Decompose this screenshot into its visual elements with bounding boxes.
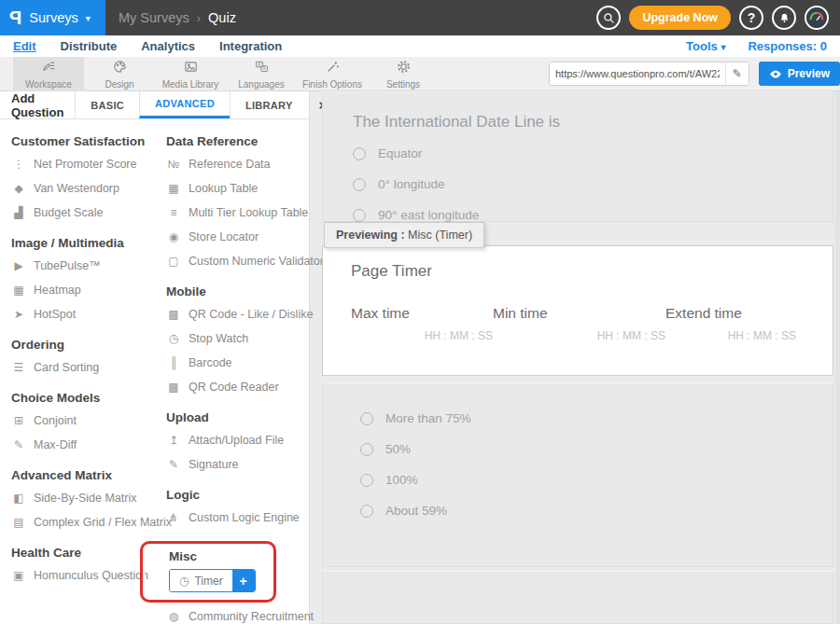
sidebar-item-complex-grid-flex-matrix[interactable]: ▤Complex Grid / Flex Matrix <box>11 510 166 534</box>
sidebar-item-heatmap[interactable]: ▦Heatmap <box>11 278 166 302</box>
question-preview-3 <box>322 571 833 624</box>
section-data-reference: Data Reference№Reference Data▦Lookup Tab… <box>166 134 310 273</box>
toolbar-workspace[interactable]: Workspace <box>13 57 84 91</box>
toolbar-design[interactable]: Design <box>84 57 155 91</box>
question-tabs: BASICADVANCEDLIBRARY <box>75 91 307 118</box>
section-title: Customer Satisfaction <box>11 134 166 148</box>
preview-button[interactable]: Preview <box>759 62 840 86</box>
stopwatch-icon: ◷ <box>166 332 181 345</box>
questionpro-app: P Surveys ▾ My Surveys › Quiz Upgrade No… <box>0 0 840 624</box>
sidebar-item-card-sorting[interactable]: ☰Card Sorting <box>11 355 166 380</box>
sidebar-item-signature[interactable]: ✎Signature <box>166 452 310 477</box>
sidebar-item-hotspot[interactable]: ➤HotSpot <box>11 302 166 326</box>
question-preview-2: More than 75%50%100%About 59% <box>322 382 833 567</box>
answer-option[interactable]: Equator <box>353 146 803 160</box>
tools-menu[interactable]: Tools ▾ <box>686 39 725 53</box>
section-title: Image / Multimedia <box>11 236 166 250</box>
sidebar-item-budget-scale[interactable]: ▟Budget Scale <box>11 201 166 225</box>
section-choice-models: Choice Models⊞Conjoint✎Max-Diff <box>11 391 166 457</box>
price-tag-icon: ◆ <box>11 182 26 195</box>
extend-time-input[interactable] <box>665 329 796 342</box>
nav-item-analytics[interactable]: Analytics <box>141 39 195 53</box>
page-timer-title: Page Timer <box>351 262 805 281</box>
sidebar-item-qr-code-like-dislike[interactable]: ▩QR Code - Like / Dislike <box>166 302 310 326</box>
survey-url-input[interactable] <box>550 62 725 85</box>
sidebar-item-community-recruitment[interactable]: ◍ Community Recruitment <box>166 604 310 624</box>
notifications-button[interactable] <box>772 6 796 30</box>
sidebar-item-van-westendorp[interactable]: ◆Van Westendorp <box>11 176 166 201</box>
languages-icon: RA <box>254 59 270 78</box>
tab-basic[interactable]: BASIC <box>75 91 139 118</box>
upgrade-now-button[interactable]: Upgrade Now <box>629 6 731 30</box>
nav-item-distribute[interactable]: Distribute <box>61 39 118 53</box>
add-timer-button[interactable]: + <box>232 570 255 591</box>
radio-icon <box>353 209 366 222</box>
search-button[interactable] <box>596 6 621 30</box>
nps-scale-icon: ⋮ <box>11 158 26 171</box>
sidebar-item-qr-code-reader[interactable]: ▩QR Code Reader <box>166 375 310 399</box>
answer-option[interactable]: About 59% <box>360 504 795 518</box>
sidebar-item-side-by-side-matrix[interactable]: ◧Side-By-Side Matrix <box>11 486 166 510</box>
question-mark-icon: ? <box>748 10 756 25</box>
sidebar-item-reference-data[interactable]: №Reference Data <box>166 152 310 176</box>
sidebar-item-multi-tier-lookup-table[interactable]: ≡Multi Tier Lookup Table <box>166 201 310 225</box>
tab-advanced[interactable]: ADVANCED <box>139 91 230 118</box>
video-icon: ▶ <box>11 259 26 272</box>
tab-library[interactable]: LIBRARY <box>230 91 308 118</box>
section-title: Data Reference <box>166 134 310 148</box>
toolbar-languages[interactable]: RALanguages <box>226 57 297 91</box>
sidebar-item-tubepulse-[interactable]: ▶TubePulse™ <box>11 254 166 278</box>
responses-count[interactable]: Responses: 0 <box>748 39 827 53</box>
sidebar-item-custom-numeric-validator[interactable]: ▢Custom Numeric Validator <box>166 249 310 273</box>
product-menu[interactable]: P Surveys ▾ <box>0 0 105 35</box>
nav-item-edit[interactable]: Edit <box>13 39 36 53</box>
max-time-input[interactable] <box>351 329 493 342</box>
sidebar-item-max-diff[interactable]: ✎Max-Diff <box>11 433 166 457</box>
timer-question-button[interactable]: ◷ Timer <box>170 570 232 591</box>
sidebar-item-lookup-table[interactable]: ▦Lookup Table <box>166 176 310 201</box>
radio-icon <box>353 147 366 160</box>
sidebar-item-attach-upload-file[interactable]: ↥Attach/Upload File <box>166 428 310 452</box>
sidebar-item-stop-watch[interactable]: ◷Stop Watch <box>166 326 310 351</box>
globe-icon: ◍ <box>166 610 181 623</box>
toolbar-media-library[interactable]: Media Library <box>155 57 226 91</box>
breadcrumb-my-surveys[interactable]: My Surveys <box>119 10 189 25</box>
answer-option[interactable]: 90° east longitude <box>353 208 803 222</box>
map-pin-icon: ◉ <box>166 230 181 243</box>
edit-url-button[interactable]: ✎ <box>725 62 749 85</box>
sidebar-item-conjoint[interactable]: ⊞Conjoint <box>11 409 166 433</box>
sidebar-item-custom-logic-engine[interactable]: ⋔Custom Logic Engine <box>166 506 310 530</box>
numbers-icon: № <box>166 158 181 171</box>
sidebar-item-net-promoter-score[interactable]: ⋮Net Promoter Score <box>11 152 166 176</box>
nav-item-integration[interactable]: Integration <box>219 39 282 53</box>
answer-option[interactable]: More than 75% <box>360 411 795 425</box>
workspace-toolbar: WorkspaceDesignMedia LibraryRALanguagesF… <box>0 57 840 91</box>
toolbar-settings[interactable]: Settings <box>368 57 439 91</box>
plus-icon: + <box>240 574 247 589</box>
scrollbar[interactable] <box>835 91 840 624</box>
min-time-input[interactable] <box>493 329 665 342</box>
answer-option[interactable]: 50% <box>360 442 795 456</box>
magic-wand-icon <box>325 59 341 78</box>
account-avatar[interactable] <box>805 6 829 30</box>
search-icon <box>603 12 615 24</box>
qr-code-icon: ▩ <box>166 308 181 321</box>
help-button[interactable]: ? <box>739 6 763 30</box>
top-header: P Surveys ▾ My Surveys › Quiz Upgrade No… <box>0 0 840 35</box>
sidebar-item-barcode[interactable]: ║Barcode <box>166 351 310 375</box>
wand-icon: ✎ <box>11 438 26 451</box>
section-customer-satisfaction: Customer Satisfaction⋮Net Promoter Score… <box>11 134 166 225</box>
toolbar-finish-options[interactable]: Finish Options <box>297 57 368 91</box>
body-image-icon: ▣ <box>11 569 26 582</box>
survey-subnav: EditDistributeAnalyticsIntegration Tools… <box>0 35 840 57</box>
sidebar-item-store-locator[interactable]: ◉Store Locator <box>166 225 310 249</box>
header-actions: Upgrade Now ? <box>596 6 840 30</box>
section-image-multimedia: Image / Multimedia▶TubePulse™▦Heatmap➤Ho… <box>11 236 166 326</box>
eye-icon <box>769 69 782 79</box>
chevron-down-icon: ▾ <box>86 13 91 23</box>
question-title: The International Date Line is <box>353 113 803 132</box>
section-advanced-matrix: Advanced Matrix◧Side-By-Side Matrix▤Comp… <box>11 468 166 534</box>
section-title: Logic <box>166 488 310 502</box>
answer-option[interactable]: 100% <box>360 473 795 487</box>
answer-option[interactable]: 0° longitude <box>353 177 803 191</box>
